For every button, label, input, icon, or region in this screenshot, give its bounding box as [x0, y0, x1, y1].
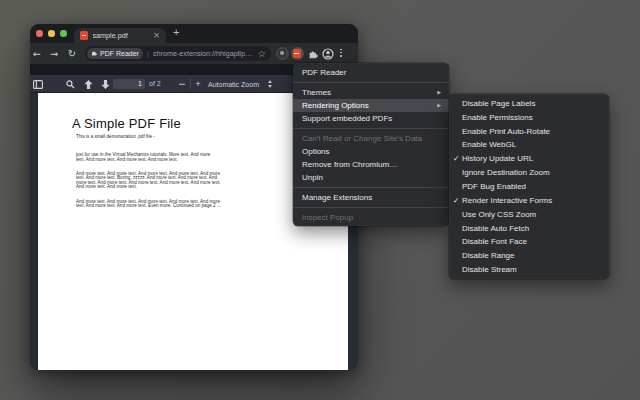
page-down-icon[interactable]: [101, 80, 110, 89]
pdf-reader-extension-icon[interactable]: [291, 47, 304, 60]
page-number-input[interactable]: 1: [113, 79, 145, 90]
browser-menu-kebab-icon[interactable]: [340, 49, 342, 57]
sidebar-toggle-icon[interactable]: [33, 80, 43, 89]
window-minimize-button[interactable]: [48, 30, 55, 37]
extension-name-chip: PDF Reader: [87, 48, 143, 60]
page-up-icon[interactable]: [84, 80, 93, 89]
menu-item-options[interactable]: Options: [293, 145, 449, 158]
window-close-button[interactable]: [36, 30, 43, 37]
extension-icon-generic[interactable]: [276, 47, 289, 60]
submenu-item-ignore-destination-zoom[interactable]: Ignore Destination Zoom: [449, 166, 609, 180]
menu-item-manage-extensions[interactable]: Manage Extensions: [293, 191, 449, 204]
submenu-item-enable-permissions[interactable]: Enable Permissions: [449, 110, 609, 124]
submenu-arrow-icon: ▶: [437, 89, 441, 95]
tab-strip: sample.pdf × +: [30, 24, 358, 43]
tab-sample-pdf[interactable]: sample.pdf ×: [74, 28, 166, 44]
menu-item-inspect-popup: Inspect Popup: [293, 211, 449, 224]
menu-separator: [293, 187, 449, 188]
menu-item-rendering-options[interactable]: Rendering Options▶: [293, 99, 449, 112]
submenu-item-pdf-bug-enabled[interactable]: PDF Bug Enabled: [449, 180, 609, 194]
extensions-puzzle-icon[interactable]: [308, 49, 318, 59]
toolbar-divider: [190, 79, 191, 89]
menu-separator: [293, 82, 449, 83]
page-count-label: of 2: [149, 75, 161, 93]
submenu-item-render-interactive-forms[interactable]: ✓Render Interactive Forms: [449, 193, 609, 207]
tab-close-icon[interactable]: ×: [153, 31, 160, 40]
profile-avatar-icon[interactable]: [322, 48, 334, 60]
zoom-in-button[interactable]: +: [193, 75, 203, 93]
menu-item-support-embedded-pdfs[interactable]: Support embedded PDFs: [293, 112, 449, 125]
browser-toolbar: ← → ↻ PDF Reader | chrome-extension://hh…: [30, 43, 358, 64]
pdf-document-title: A Simple PDF File: [72, 116, 181, 131]
extension-glyph-icon: [278, 49, 287, 58]
reload-button[interactable]: ↻: [65, 43, 79, 64]
tab-title: sample.pdf: [93, 31, 149, 40]
submenu-item-disable-font-face[interactable]: Disable Font Face: [449, 235, 609, 249]
extension-context-menu: PDF Reader Themes▶ Rendering Options▶ Su…: [293, 63, 449, 226]
address-bar[interactable]: PDF Reader | chrome-extension://hhigapll…: [85, 46, 271, 61]
pdf-paragraph: just for use in the Virtual Mechanics tu…: [76, 153, 210, 162]
desktop-background: sample.pdf × + ← → ↻ PDF Reader | chrome…: [0, 0, 640, 400]
menu-item-pdf-reader[interactable]: PDF Reader: [293, 66, 449, 79]
submenu-item-disable-page-labels[interactable]: Disable Page Labels: [449, 97, 609, 111]
submenu-item-enable-print-auto-rotate[interactable]: Enable Print Auto-Rotate: [449, 124, 609, 138]
submenu-item-disable-stream[interactable]: Disable Stream: [449, 263, 609, 277]
find-icon[interactable]: [66, 80, 75, 89]
checkmark-icon: ✓: [453, 196, 462, 205]
bookmark-star-icon[interactable]: ☆: [257, 49, 266, 59]
submenu-item-enable-webgl[interactable]: Enable WebGL: [449, 138, 609, 152]
menu-separator: [293, 128, 449, 129]
menu-item-remove-from-chromium[interactable]: Remove from Chromium…: [293, 158, 449, 171]
puzzle-icon: [91, 50, 97, 56]
forward-button[interactable]: →: [47, 43, 61, 64]
url-separator: |: [147, 49, 149, 58]
address-url: chrome-extension://hhigapllp…: [153, 49, 254, 58]
submenu-item-disable-auto-fetch[interactable]: Disable Auto Fetch: [449, 221, 609, 235]
extension-chip-label: PDF Reader: [100, 50, 139, 57]
submenu-item-use-only-css-zoom[interactable]: Use Only CSS Zoom: [449, 207, 609, 221]
pdf-logo-icon: [293, 49, 302, 59]
menu-item-unpin[interactable]: Unpin: [293, 171, 449, 184]
select-arrows-icon: [268, 80, 272, 88]
submenu-arrow-icon: ▶: [437, 102, 441, 108]
back-button[interactable]: ←: [30, 43, 44, 64]
zoom-level-value: Automatic Zoom: [208, 81, 259, 88]
window-zoom-button[interactable]: [60, 30, 67, 37]
checkmark-icon: ✓: [453, 154, 462, 163]
pdf-paragraph: This is a small demonstration .pdf file …: [76, 135, 155, 140]
pdf-paragraph: And more text. And more text. And more t…: [76, 200, 221, 209]
window-controls: [36, 30, 67, 37]
zoom-out-button[interactable]: −: [177, 75, 187, 93]
menu-item-themes[interactable]: Themes▶: [293, 86, 449, 99]
rendering-options-submenu: Disable Page Labels Enable Permissions E…: [449, 94, 609, 279]
menu-item-site-data: Can't Read or Change Site's Data: [293, 132, 449, 145]
pdf-favicon-icon: [80, 31, 88, 40]
pdf-paragraph: And more text. And more text. And more t…: [76, 172, 221, 190]
submenu-item-disable-range[interactable]: Disable Range: [449, 249, 609, 263]
new-tab-button[interactable]: +: [173, 26, 179, 38]
menu-separator: [293, 207, 449, 208]
submenu-item-history-update-url[interactable]: ✓History Update URL: [449, 152, 609, 166]
